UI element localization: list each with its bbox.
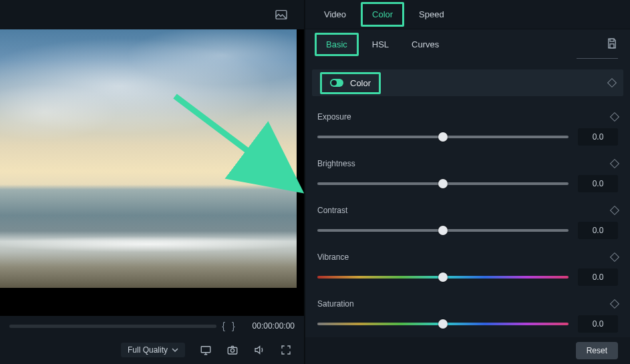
svg-rect-6 [610, 44, 614, 48]
brightness-block: Brightness 0.0 [317, 159, 618, 192]
contrast-block: Contrast 0.0 [317, 206, 618, 239]
reset-button[interactable]: Reset [576, 342, 618, 359]
preview-frame [0, 29, 297, 288]
svg-point-4 [230, 349, 234, 352]
brightness-slider[interactable] [317, 182, 569, 185]
svg-rect-2 [201, 347, 210, 353]
preview-controls: Full Quality [0, 336, 304, 364]
tab-speed[interactable]: Speed [410, 4, 454, 25]
exposure-thumb[interactable] [438, 132, 448, 142]
preview-header [0, 0, 304, 29]
fullscreen-icon[interactable] [280, 344, 292, 356]
keyframe-brightness[interactable] [610, 159, 619, 168]
quality-select[interactable]: Full Quality [121, 343, 185, 357]
subtab-hsl[interactable]: HSL [363, 35, 398, 54]
brightness-value[interactable]: 0.0 [578, 175, 618, 192]
quality-label: Full Quality [128, 345, 168, 355]
timeline-row: { } 00:00:00:00 [0, 316, 304, 336]
color-toggle[interactable] [330, 79, 343, 87]
snapshot-icon[interactable] [226, 344, 239, 356]
tab-video[interactable]: Video [315, 4, 355, 25]
reset-bar: Reset [305, 337, 630, 364]
brightness-thumb[interactable] [438, 179, 448, 188]
color-sliders: Exposure 0.0 Brightness 0.0 [305, 96, 630, 364]
save-preset-icon[interactable] [606, 37, 618, 49]
saturation-slider[interactable] [317, 323, 569, 325]
saturation-value[interactable]: 0.0 [578, 315, 618, 333]
chevron-down-icon [172, 347, 178, 353]
image-icon[interactable] [275, 9, 288, 20]
mark-out-brace[interactable]: } [230, 321, 237, 331]
exposure-slider[interactable] [317, 136, 569, 138]
vibrance-label: Vibrance [317, 252, 349, 262]
contrast-thumb[interactable] [438, 226, 448, 235]
vibrance-block: Vibrance 0.0 [317, 252, 618, 286]
inspector-panel: Video Color Speed Basic HSL Curves Color… [304, 0, 630, 364]
contrast-slider[interactable] [317, 229, 569, 232]
preview-panel: { } 00:00:00:00 Full Quality [0, 0, 304, 364]
subtab-curves[interactable]: Curves [402, 35, 448, 54]
timeline-track[interactable] [9, 325, 216, 328]
vibrance-slider[interactable] [317, 276, 569, 279]
contrast-label: Contrast [317, 206, 347, 215]
keyframe-color[interactable] [607, 78, 617, 87]
color-section-title: Color [350, 78, 371, 88]
tab-color[interactable]: Color [361, 2, 404, 27]
vibrance-thumb[interactable] [438, 272, 448, 282]
brightness-label: Brightness [317, 159, 355, 168]
sub-tabs: Basic HSL Curves [305, 29, 630, 59]
vibrance-value[interactable]: 0.0 [578, 268, 618, 286]
saturation-label: Saturation [317, 299, 354, 309]
exposure-block: Exposure 0.0 [317, 112, 618, 146]
video-preview[interactable] [0, 29, 304, 316]
volume-icon[interactable] [253, 344, 265, 356]
display-icon[interactable] [200, 344, 212, 356]
saturation-thumb[interactable] [438, 319, 448, 329]
keyframe-vibrance[interactable] [610, 252, 619, 262]
saturation-block: Saturation 0.0 [317, 299, 618, 333]
timecode: 00:00:00:00 [253, 321, 295, 331]
keyframe-contrast[interactable] [610, 206, 619, 215]
top-tabs: Video Color Speed [305, 0, 630, 29]
subtab-basic[interactable]: Basic [315, 33, 359, 56]
svg-rect-5 [610, 39, 614, 41]
exposure-value[interactable]: 0.0 [578, 128, 618, 146]
keyframe-exposure[interactable] [610, 112, 619, 122]
keyframe-saturation[interactable] [610, 299, 619, 309]
color-section-header: Color [312, 69, 623, 96]
mark-in-brace[interactable]: { [220, 321, 226, 331]
exposure-label: Exposure [317, 112, 351, 122]
contrast-value[interactable]: 0.0 [578, 222, 618, 239]
